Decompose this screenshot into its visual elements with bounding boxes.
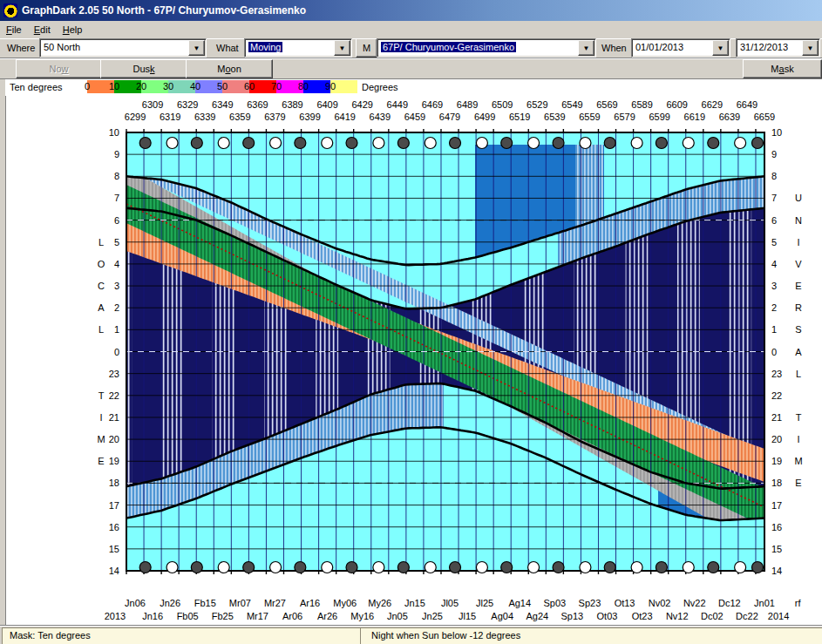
legend-tick: 70 xyxy=(266,81,287,92)
legend-tick: 20 xyxy=(131,81,152,92)
when-label: When xyxy=(601,43,627,53)
legend-tick: 10 xyxy=(104,81,125,92)
selection-toolbar: Where 50 North ▼ What Moving ▼ M 67P/ Ch… xyxy=(0,38,822,58)
what-combobox[interactable]: Moving ▼ xyxy=(244,38,352,58)
chevron-down-icon[interactable]: ▼ xyxy=(802,40,819,56)
chevron-down-icon[interactable]: ▼ xyxy=(712,40,729,56)
status-bar: Mask: Ten degrees Night when Sun below -… xyxy=(0,625,822,643)
graphdark-window: { "window": {"title": "GraphDark 2.05 50… xyxy=(0,0,822,644)
menu-edit[interactable]: Edit xyxy=(28,23,57,37)
legend-tick: 60 xyxy=(239,81,260,92)
dusk-button[interactable]: Dusk xyxy=(100,59,187,78)
legend-tick: 80 xyxy=(293,81,314,92)
chevron-down-icon[interactable]: ▼ xyxy=(578,40,594,56)
legend-tick: 30 xyxy=(158,81,179,92)
date-from-combobox[interactable]: 01/01/2013 ▼ xyxy=(631,38,730,58)
menu-bar: File Edit Help xyxy=(0,21,822,39)
where-combobox[interactable]: 50 North ▼ xyxy=(39,38,207,58)
button-toolbar: Now Dusk Moon Mask xyxy=(0,58,822,79)
menu-file[interactable]: File xyxy=(0,23,28,37)
app-icon xyxy=(3,3,17,17)
window-title: GraphDark 2.05 50 North - 67P/ Churyumov… xyxy=(22,4,306,17)
m-button[interactable]: M xyxy=(356,38,377,58)
legend-suffix: Degrees xyxy=(362,82,398,92)
chart-panel xyxy=(5,78,822,625)
status-mask: Mask: Ten degrees xyxy=(2,627,366,644)
legend-tick: 50 xyxy=(212,81,233,92)
legend-label: Ten degrees xyxy=(10,82,63,92)
chevron-down-icon[interactable]: ▼ xyxy=(188,40,205,56)
now-button: Now xyxy=(16,59,102,78)
legend-tick: 0 xyxy=(77,81,98,92)
legend-tick: 90 xyxy=(320,81,341,92)
object-combobox[interactable]: 67P/ Churyumov-Gerasimenko ▼ xyxy=(377,38,596,58)
altitude-legend: Ten degrees Degrees 0102030405060708090 xyxy=(5,78,822,96)
mask-button[interactable]: Mask xyxy=(743,59,822,78)
legend-tick: 40 xyxy=(185,81,206,92)
moon-button[interactable]: Moon xyxy=(186,59,273,78)
where-label: Where xyxy=(7,43,35,53)
date-to-combobox[interactable]: 31/12/2013 ▼ xyxy=(736,38,820,58)
what-label: What xyxy=(216,43,239,53)
title-bar[interactable]: GraphDark 2.05 50 North - 67P/ Churyumov… xyxy=(0,0,822,21)
menu-help[interactable]: Help xyxy=(57,23,89,37)
status-night-definition: Night when Sun below -12 degrees xyxy=(360,627,822,644)
chevron-down-icon[interactable]: ▼ xyxy=(334,40,350,56)
